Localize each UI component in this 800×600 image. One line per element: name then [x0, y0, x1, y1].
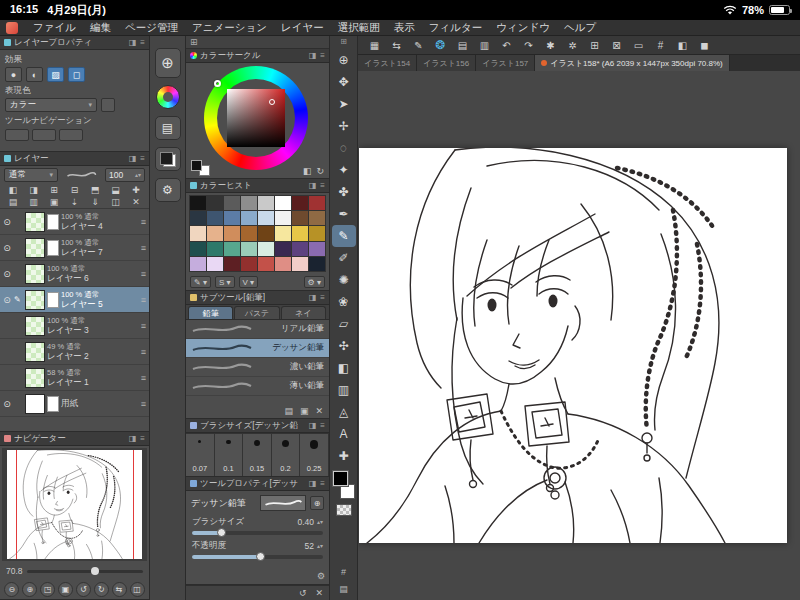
layer-row[interactable]: ⊙100 % 通常レイヤー 6≡	[0, 261, 149, 287]
color-swatch[interactable]	[275, 196, 291, 210]
current-color-chips[interactable]	[191, 160, 213, 176]
subtool-group-tab-2[interactable]: パステ	[234, 306, 279, 319]
color-slider-palette-button[interactable]: ▤	[155, 116, 181, 140]
color-swatch[interactable]	[224, 242, 240, 256]
color-swatch[interactable]	[292, 211, 308, 225]
layer-visibility-icon[interactable]: ⊙	[2, 217, 12, 227]
layer-menu-icon[interactable]: ≡	[141, 347, 147, 357]
color-swatch[interactable]	[309, 211, 325, 225]
fill-tool[interactable]: ◧	[332, 357, 356, 379]
color-swatch[interactable]	[241, 257, 257, 271]
color-swatch[interactable]	[275, 257, 291, 271]
clip-studio-logo-icon[interactable]: ❂	[432, 38, 449, 53]
tone-effect-icon[interactable]: ◐	[26, 67, 43, 82]
expression-color-icon[interactable]: ◻	[68, 67, 85, 82]
collapse-panel-icon[interactable]: ◨	[129, 434, 137, 443]
layer-move-tool[interactable]: ✢	[332, 115, 356, 137]
value-button[interactable]: V ▾	[239, 276, 259, 288]
color-swatch[interactable]	[207, 226, 223, 240]
color-swatch[interactable]	[309, 242, 325, 256]
color-swatch[interactable]	[190, 226, 206, 240]
layer-menu-icon[interactable]: ≡	[141, 373, 147, 383]
color-swatch[interactable]	[224, 257, 240, 271]
menu-item-6[interactable]: 選択範囲	[331, 21, 387, 35]
color-swatch[interactable]	[258, 196, 274, 210]
color-swatch[interactable]	[207, 257, 223, 271]
auto-select-tool[interactable]: ✦	[332, 159, 356, 181]
import-icon[interactable]: ▥	[476, 38, 493, 53]
color-swatch[interactable]	[241, 226, 257, 240]
correction-tool[interactable]: ✚	[332, 445, 356, 467]
reset-view-icon[interactable]: ◫	[130, 582, 145, 597]
brush-size-preset[interactable]: 0.2	[272, 434, 301, 476]
enable-mask-icon[interactable]: ⊟	[68, 185, 82, 195]
collapse-panel-icon[interactable]: ◨	[309, 479, 317, 488]
layer-menu-icon[interactable]: ≡	[141, 295, 147, 305]
blend-tool[interactable]: ✣	[332, 335, 356, 357]
saturation-button[interactable]: S ▾	[215, 276, 235, 288]
lock-transparent-pixels-icon[interactable]: ⊞	[47, 185, 61, 195]
subtool-group-tab-3[interactable]: ネイ	[281, 306, 326, 319]
brush-size-preset[interactable]: 0.15	[243, 434, 272, 476]
pencil-tool[interactable]: ✎	[332, 225, 356, 247]
collapse-panel-icon[interactable]: ◨	[309, 51, 317, 60]
free-transform-icon[interactable]: ⊠	[608, 38, 625, 53]
tool-navigation-button[interactable]: ⊕	[155, 48, 181, 78]
edit-color-icon[interactable]: ✎ ▾	[190, 276, 211, 288]
color-swatch[interactable]	[190, 211, 206, 225]
text-tool[interactable]: A	[332, 423, 356, 445]
collapse-panel-icon[interactable]: ◨	[309, 181, 317, 190]
special-ruler-icon[interactable]: ◼	[696, 38, 713, 53]
stepper-arrows-icon[interactable]: ▴▾	[317, 519, 323, 525]
panel-menu-icon[interactable]: ≡	[320, 51, 325, 60]
tool-property-settings-icon[interactable]: ⚙	[317, 571, 325, 581]
color-swatch[interactable]	[241, 242, 257, 256]
panel-menu-icon[interactable]: ≡	[140, 434, 145, 443]
panel-menu-icon[interactable]: ≡	[140, 38, 145, 47]
clear-icon[interactable]: ✱	[542, 38, 559, 53]
layer-row[interactable]: ⊙用紙≡	[0, 391, 149, 417]
delete-settings-icon[interactable]: ✕	[315, 588, 323, 598]
color-swatch[interactable]	[309, 196, 325, 210]
layer-color-icon[interactable]: ▨	[47, 67, 64, 82]
color-swatch[interactable]	[241, 211, 257, 225]
menu-item-5[interactable]: レイヤー	[274, 21, 331, 35]
new-raster-layer-icon[interactable]: ▤	[6, 197, 20, 207]
collapse-panel-icon[interactable]: ◨	[309, 293, 317, 302]
color-swatch[interactable]	[258, 226, 274, 240]
color-swatch[interactable]	[207, 242, 223, 256]
reset-settings-icon[interactable]: ↺	[299, 588, 307, 598]
tool-nav-slot-3[interactable]	[59, 129, 83, 141]
grid-toggle-icon[interactable]: #	[652, 38, 669, 53]
collapse-panel-icon[interactable]: ◨	[129, 38, 137, 47]
selection-tool[interactable]: ◌	[332, 137, 356, 159]
layer-menu-icon[interactable]: ≡	[141, 243, 147, 253]
canvas[interactable]	[359, 148, 787, 543]
toolbox-menu-icon[interactable]: ▤	[339, 584, 348, 594]
main-color-swatch[interactable]	[333, 471, 348, 486]
layer-menu-icon[interactable]: ≡	[141, 217, 147, 227]
color-swatch[interactable]	[190, 242, 206, 256]
palette-settings-button[interactable]: ⚙	[155, 178, 181, 202]
layer-row[interactable]: ⊙100 % 通常レイヤー 7≡	[0, 235, 149, 261]
canvas-tab-2[interactable]: イラスト156	[417, 55, 476, 71]
slider-track[interactable]	[192, 555, 323, 559]
fit-to-screen-icon[interactable]: ◳	[40, 582, 55, 597]
color-set-palette-button[interactable]	[155, 147, 181, 171]
add-effect-icon[interactable]: ✚	[129, 185, 143, 195]
operation-tool[interactable]: ➤	[332, 93, 356, 115]
color-swatch[interactable]	[258, 242, 274, 256]
layer-menu-icon[interactable]: ≡	[141, 321, 147, 331]
color-swatch[interactable]	[224, 196, 240, 210]
color-swatch[interactable]	[224, 226, 240, 240]
layer-menu-icon[interactable]: ≡	[141, 269, 147, 279]
color-swatch[interactable]	[309, 226, 325, 240]
slider-handle[interactable]	[91, 567, 99, 575]
layer-row[interactable]: ⊙100 % 通常レイヤー 4≡	[0, 209, 149, 235]
color-swatch[interactable]	[258, 257, 274, 271]
color-set-settings-icon[interactable]: ⚙ ▾	[304, 276, 325, 288]
layer-row[interactable]: 49 % 通常レイヤー 2≡	[0, 339, 149, 365]
panel-menu-icon[interactable]: ≡	[320, 181, 325, 190]
edge-keyboard-icon[interactable]: #	[341, 567, 346, 577]
hsv-toggle-icon[interactable]: ↻	[316, 166, 324, 176]
